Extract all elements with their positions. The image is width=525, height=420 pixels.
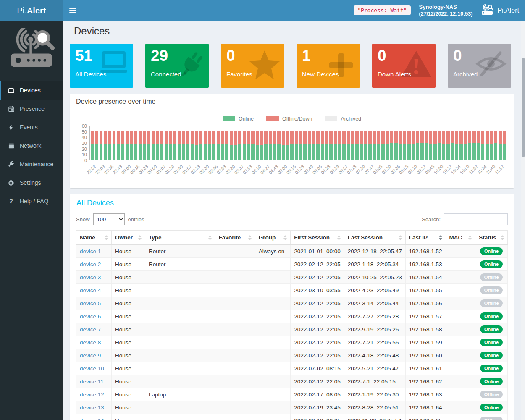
sidebar-item-maintenance[interactable]: Maintenance — [0, 155, 63, 173]
device-link[interactable]: device 12 — [80, 391, 104, 398]
sort-icon — [208, 235, 212, 240]
brand-logo[interactable]: Pi.Alert — [0, 0, 63, 21]
sidebar-item-settings[interactable]: Settings — [0, 173, 63, 192]
device-link[interactable]: device 1 — [80, 248, 101, 255]
device-link[interactable]: device 14 — [80, 417, 104, 420]
page-length-select[interactable]: 100 — [93, 213, 125, 225]
cell-mac — [446, 401, 475, 414]
summary-card-all-devices[interactable]: 51All Devices — [70, 44, 133, 88]
sort-icon — [399, 235, 402, 240]
device-link[interactable]: device 13 — [80, 404, 104, 411]
x-tick-label: 02:13 — [190, 164, 201, 175]
summary-card-new-devices[interactable]: 1New Devices — [297, 44, 360, 88]
cell-name: device 9 — [76, 349, 112, 362]
device-link[interactable]: device 6 — [80, 313, 101, 320]
table-header-mac[interactable]: MAC — [446, 231, 475, 245]
legend-item-online[interactable]: Online — [223, 116, 254, 122]
cell-status: Offline — [475, 388, 508, 401]
x-tick-label: 07:13 — [346, 164, 357, 175]
presence-bar — [390, 131, 393, 160]
device-link[interactable]: device 10 — [80, 365, 104, 372]
presence-bar — [212, 131, 215, 160]
table-header-name[interactable]: Name — [76, 231, 112, 245]
sidebar-item-help-faq[interactable]: ?Help / FAQ — [0, 192, 63, 210]
table-header-last-session[interactable]: Last Session — [344, 231, 405, 245]
presence-bar — [243, 131, 246, 160]
summary-card-favorites[interactable]: 0Favorites — [221, 44, 284, 88]
scrollbar-thumb[interactable] — [522, 58, 525, 158]
x-tick-label: 10:00 — [433, 164, 444, 175]
table-header-owner[interactable]: Owner — [111, 231, 145, 245]
devices-panel: All Devices Show 100 entries Search: Nam… — [70, 194, 514, 420]
presence-bar — [238, 131, 241, 160]
sidebar-toggle-button[interactable] — [63, 0, 82, 21]
sidebar-item-events[interactable]: Events — [0, 118, 63, 136]
presence-bar — [433, 131, 436, 160]
cell-status: Online — [475, 401, 508, 414]
table-header-first-session[interactable]: First Session — [291, 231, 344, 245]
table-header-type[interactable]: Type — [145, 231, 215, 245]
table-header-group[interactable]: Group — [255, 231, 291, 245]
cell-group: Always on — [255, 245, 291, 258]
table-header-last-ip[interactable]: Last IP — [405, 231, 446, 245]
sidebar: DevicesPresenceEventsNetworkMaintenanceS… — [0, 21, 63, 420]
devices-table-title: All Devices — [76, 198, 508, 207]
sidebar-item-network[interactable]: Network — [0, 136, 63, 155]
cell-name: device 1 — [76, 245, 112, 258]
summary-card-down-alerts[interactable]: 0Down Alerts — [372, 44, 436, 88]
network-icon — [8, 143, 15, 149]
device-link[interactable]: device 5 — [80, 300, 101, 307]
cell-owner: House — [111, 362, 145, 375]
presence-bar — [290, 131, 293, 160]
column-label: Last IP — [409, 234, 428, 241]
x-tick-label: 10:34 — [450, 164, 462, 175]
table-header-status[interactable]: Status — [475, 231, 508, 245]
cell-group — [255, 362, 291, 375]
search-input[interactable] — [444, 213, 508, 225]
column-label: Name — [80, 234, 95, 241]
x-tick-label: 01:24 — [164, 164, 175, 175]
cell-last-ip: 192.168.1.64 — [405, 401, 446, 414]
table-header-favorite[interactable]: Favorite — [215, 231, 255, 245]
status-badge: Offline — [480, 273, 503, 281]
presence-bar — [412, 131, 415, 160]
cell-last-session: 2022-3-14 22:05.44 — [344, 297, 405, 310]
column-label: Owner — [115, 234, 133, 241]
x-tick-label: 06:39 — [329, 164, 340, 175]
summary-card-connected[interactable]: 29Connected — [145, 44, 209, 88]
x-tick-label: 10:50 — [459, 164, 470, 175]
presence-bar — [499, 131, 501, 160]
cell-last-ip: 192.168.1.59 — [405, 336, 446, 349]
legend-item-archived[interactable]: Archived — [325, 116, 361, 122]
sidebar-item-devices[interactable]: Devices — [0, 81, 63, 100]
card-value: 29 — [145, 44, 209, 65]
cell-type: Router — [145, 245, 215, 258]
summary-card-archived[interactable]: 0Archived — [448, 44, 511, 88]
presence-bar — [403, 131, 406, 160]
status-badge: Offline — [480, 299, 503, 307]
device-link[interactable]: device 7 — [80, 326, 101, 333]
pialert-logo — [0, 21, 63, 81]
legend-item-offline-down[interactable]: Offline/Down — [266, 116, 312, 122]
device-link[interactable]: device 3 — [80, 274, 101, 281]
device-link[interactable]: device 2 — [80, 261, 101, 268]
chart-x-axis: 22:5223:0923:2623:4300:0000:1600:3300:50… — [89, 160, 508, 182]
cell-mac — [446, 258, 475, 271]
presence-bar — [407, 131, 410, 160]
sidebar-item-presence[interactable]: Presence — [0, 100, 63, 118]
cell-name: device 3 — [76, 271, 112, 284]
presence-bar — [455, 131, 458, 160]
device-link[interactable]: device 4 — [80, 287, 101, 294]
cell-first-session: 2022-02-12 22:05 — [291, 323, 344, 336]
device-link[interactable]: device 11 — [80, 378, 104, 385]
device-link[interactable]: device 8 — [80, 339, 101, 346]
presence-bar — [273, 131, 276, 160]
x-tick-label: 09:43 — [424, 164, 436, 175]
presence-chart — [89, 126, 508, 160]
cell-mac — [446, 362, 475, 375]
presence-bar — [264, 131, 267, 160]
cell-type: Laptop — [145, 388, 215, 401]
device-link[interactable]: device 9 — [80, 352, 101, 359]
cell-last-ip: 192.168.1.62 — [405, 375, 446, 388]
cell-favorite — [215, 284, 255, 297]
